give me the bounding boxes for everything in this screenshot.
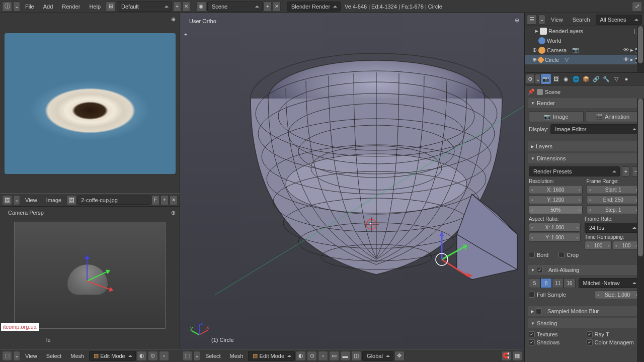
main-3d-viewport[interactable]: User Ortho ⊕ + xyxy=(180,13,524,349)
scene-icon[interactable]: ◉ xyxy=(196,2,206,12)
scene-remove[interactable]: ✕ xyxy=(273,2,281,12)
menu-mesh[interactable]: Mesh xyxy=(66,350,88,362)
layers-icon[interactable]: ▦ xyxy=(512,351,522,361)
aspect-y[interactable]: Y: 1.000 xyxy=(529,233,581,242)
display-dropdown[interactable]: Image Editor xyxy=(550,124,640,134)
outliner-tree[interactable]: ▸RenderLayers| 🖼 World ⊕Camera📷👁 ▸ 📷 ⊕Ci… xyxy=(525,26,644,72)
menu-select[interactable]: Select xyxy=(42,350,66,362)
border-checkbox[interactable] xyxy=(529,252,535,258)
motion-blur-checkbox[interactable] xyxy=(536,308,542,314)
sample-5[interactable]: 5 xyxy=(529,278,540,288)
expand-icon[interactable]: + xyxy=(184,31,187,37)
camera-viewport[interactable] xyxy=(14,222,166,329)
menu-file[interactable]: File xyxy=(21,1,38,13)
tab-constraints[interactable]: 🔗 xyxy=(591,74,601,84)
image-unlink[interactable]: ✕ xyxy=(170,195,178,205)
frame-step[interactable]: Step: 1 xyxy=(587,205,640,214)
menu-mesh[interactable]: Mesh xyxy=(226,350,248,362)
image-browse-icon[interactable]: 🖼 xyxy=(66,195,76,205)
tab-layers[interactable]: 🖼 xyxy=(551,74,561,84)
render-image-btn[interactable]: 📷 Image xyxy=(529,111,584,122)
res-x[interactable]: X: 1600 xyxy=(529,185,583,194)
colormgmt-checkbox[interactable] xyxy=(587,339,593,345)
menu-help[interactable]: Help xyxy=(85,1,105,13)
panel-render[interactable]: Render xyxy=(528,98,641,108)
outliner-icon[interactable]: ☰ xyxy=(527,15,537,25)
scene-dropdown[interactable]: Scene xyxy=(207,2,263,12)
tab-world[interactable]: 🌐 xyxy=(571,74,581,84)
collapse-icon[interactable]: ⊕ xyxy=(171,210,176,216)
frame-start[interactable]: Start: 1 xyxy=(587,185,640,194)
textures-checkbox[interactable] xyxy=(529,331,535,337)
image-add[interactable]: + xyxy=(160,195,169,205)
tree-circle[interactable]: ⊕Circle▽👁 ▸ 📷 xyxy=(525,55,644,64)
menu-view[interactable]: View xyxy=(21,350,41,362)
outliner-filter[interactable]: All Scenes xyxy=(596,15,642,25)
tree-world[interactable]: World xyxy=(525,36,644,45)
tab-scene[interactable]: ◉ xyxy=(561,74,571,84)
edge-sel[interactable]: ▭ xyxy=(329,351,339,361)
dropdown-icon[interactable]: ⌄ xyxy=(538,15,545,25)
aa-size[interactable]: Size: 1.000 xyxy=(595,290,640,299)
render-animation-btn[interactable]: 🎬 Animation xyxy=(586,111,640,122)
collapse-icon[interactable]: ⊕ xyxy=(515,17,519,24)
crop-checkbox[interactable] xyxy=(558,252,565,258)
remap-new[interactable]: 100 xyxy=(613,241,640,250)
collapse-icon[interactable]: ⊕ xyxy=(171,16,176,23)
fake-user-btn[interactable]: F xyxy=(151,195,159,205)
screen-layout-icon[interactable]: ⊞ xyxy=(106,2,116,12)
sample-8[interactable]: 8 xyxy=(540,278,552,288)
menu-view[interactable]: View xyxy=(21,194,41,206)
back-to-previous-icon[interactable]: ⤢ xyxy=(632,2,642,12)
sample-16[interactable]: 16 xyxy=(564,278,575,288)
res-pct[interactable]: 50% xyxy=(529,205,583,214)
view3d-icon[interactable]: ⬚ xyxy=(182,351,192,361)
panel-layers[interactable]: Layers xyxy=(528,141,641,151)
menu-select[interactable]: Select xyxy=(201,350,225,362)
panel-dimensions[interactable]: Dimensions xyxy=(528,153,641,163)
mode-dropdown[interactable]: ▧ Edit Mode xyxy=(248,351,295,361)
layout-dropdown[interactable]: Default xyxy=(117,2,172,12)
tree-renderlayers[interactable]: ▸RenderLayers| 🖼 xyxy=(525,26,644,36)
tab-modifiers[interactable]: 🔧 xyxy=(601,74,611,84)
render-presets[interactable]: Render Presets xyxy=(529,166,620,176)
dropdown-icon[interactable]: ⌄ xyxy=(193,351,200,361)
aspect-x[interactable]: X: 1.000 xyxy=(529,223,581,232)
manipulator-icon[interactable]: ✥ xyxy=(394,351,405,361)
layout-add[interactable]: + xyxy=(173,2,181,12)
aa-filter-dropdown[interactable]: Mitchell-Netrav xyxy=(579,278,640,288)
image-editor-icon[interactable]: 🖼 xyxy=(2,195,12,205)
tab-material[interactable]: ● xyxy=(621,74,631,84)
tree-camera[interactable]: ⊕Camera📷👁 ▸ 📷 xyxy=(525,45,644,55)
engine-dropdown[interactable]: Blender Render xyxy=(287,2,341,12)
limit-sel[interactable]: ◫ xyxy=(351,351,361,361)
info-editor-icon[interactable]: ⓘ xyxy=(2,2,12,12)
shadows-checkbox[interactable] xyxy=(529,339,535,345)
sample-11[interactable]: 11 xyxy=(552,278,564,288)
mode-dropdown[interactable]: ▧ Edit Mode xyxy=(89,351,136,361)
face-sel[interactable]: ▬ xyxy=(340,351,350,361)
properties-scrollbar[interactable] xyxy=(637,99,644,362)
menu-add[interactable]: Add xyxy=(39,1,57,13)
panel-motion-blur[interactable]: Sampled Motion Blur xyxy=(528,306,641,316)
outliner-scrollbar[interactable] xyxy=(637,26,644,72)
dropdown-icon[interactable]: ⌄ xyxy=(13,351,20,361)
pivot-icon[interactable]: ⊙ xyxy=(148,351,158,361)
raytrace-checkbox[interactable] xyxy=(587,331,593,337)
menu-render[interactable]: Render xyxy=(58,1,84,13)
vert-sel-icon[interactable]: ▫ xyxy=(159,351,169,361)
full-sample-checkbox[interactable] xyxy=(529,292,535,298)
snap-icon[interactable]: 🧲 xyxy=(501,351,511,361)
image-name-field[interactable]: 2-coffe-cup.jpg xyxy=(77,196,150,205)
orientation-dropdown[interactable]: Global xyxy=(362,351,393,361)
tab-data[interactable]: ▽ xyxy=(611,74,621,84)
scene-add[interactable]: + xyxy=(264,2,272,12)
preset-add[interactable]: + xyxy=(622,166,630,176)
dropdown-icon[interactable]: ⌄ xyxy=(13,195,20,205)
fps-dropdown[interactable]: 24 fps xyxy=(585,223,640,233)
view3d-icon[interactable]: ⬚ xyxy=(2,351,12,361)
panel-shading[interactable]: Shading xyxy=(528,318,641,328)
layout-remove[interactable]: ✕ xyxy=(182,2,190,12)
menu-search[interactable]: Search xyxy=(569,14,594,26)
remap-old[interactable]: 100 xyxy=(585,241,612,250)
